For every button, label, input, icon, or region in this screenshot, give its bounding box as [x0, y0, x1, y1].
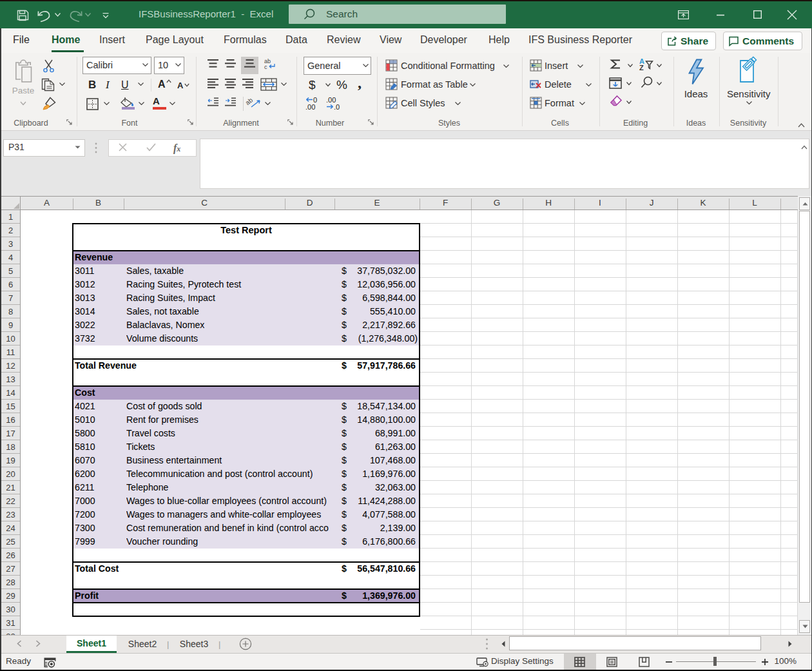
svg-text:c: c [264, 64, 267, 70]
svg-text:Z: Z [639, 64, 644, 72]
svg-text:.0: .0 [334, 103, 340, 111]
svg-text:.00: .00 [305, 103, 315, 111]
